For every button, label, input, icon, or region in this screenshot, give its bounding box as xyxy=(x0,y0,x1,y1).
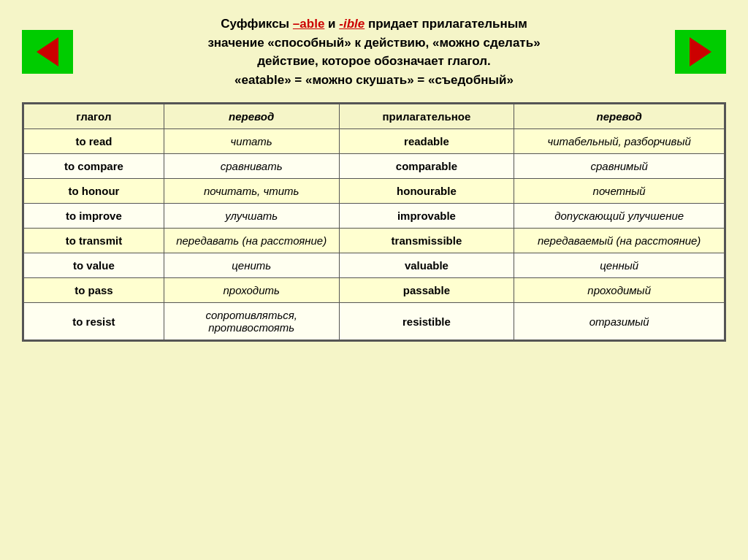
header-verb: глагол xyxy=(24,104,164,129)
vocab-table-wrapper: глагол перевод прилагательное перевод to… xyxy=(22,102,726,342)
table-row: to honourпочитать, чтитьhonourableпочетн… xyxy=(24,179,725,204)
table-row: to improveулучшатьimprovableдопускающий … xyxy=(24,204,725,229)
header-trans2: перевод xyxy=(514,104,725,129)
right-arrow-icon xyxy=(690,37,711,66)
table-row: to readчитатьreadableчитабельный, разбор… xyxy=(24,129,725,154)
table-header-row: глагол перевод прилагательное перевод xyxy=(24,104,725,129)
title-part1: Суффиксы xyxy=(221,17,293,31)
title-line4: «eatable» = «можно скушать» = «съедобный… xyxy=(234,73,514,87)
left-arrow-icon xyxy=(37,37,58,66)
suffix-able: –able xyxy=(293,17,324,31)
header-text: Суффиксы –able и -ible придает прилагате… xyxy=(73,15,675,89)
table-row: to valueценитьvaluableценный xyxy=(24,253,725,278)
title-and: и xyxy=(324,17,339,31)
header-area: Суффиксы –able и -ible придает прилагате… xyxy=(22,15,726,89)
vocab-table: глагол перевод прилагательное перевод to… xyxy=(23,104,725,340)
table-row: to compareсравниватьcomparableсравнимый xyxy=(24,154,725,179)
next-button[interactable] xyxy=(675,30,726,74)
table-row: to transmitпередавать (на расстояние)tra… xyxy=(24,229,725,253)
table-row: to passпроходитьpassableпроходимый xyxy=(24,278,725,303)
table-row: to resistсопротивляться, противостоятьre… xyxy=(24,303,725,340)
suffix-ible: -ible xyxy=(339,17,365,31)
title-line2: значение «способный» к действию, «можно … xyxy=(207,36,540,50)
header-adj: прилагательное xyxy=(339,104,514,129)
title-part2: придает прилагательным xyxy=(365,17,527,31)
title-line3: действие, которое обозначает глагол. xyxy=(257,54,491,68)
prev-button[interactable] xyxy=(22,30,73,74)
header-trans1: перевод xyxy=(164,104,339,129)
